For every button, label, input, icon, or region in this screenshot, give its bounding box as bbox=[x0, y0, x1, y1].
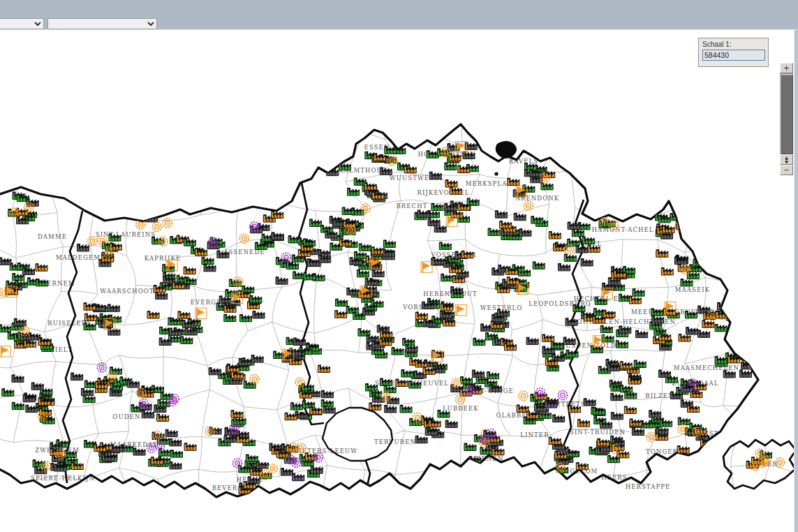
factory-icon-green[interactable] bbox=[678, 418, 690, 424]
factory-icon-gray[interactable] bbox=[281, 468, 293, 475]
factory-icon-green[interactable] bbox=[12, 403, 24, 410]
factory-icon-green[interactable] bbox=[401, 370, 413, 377]
factory-icon-orange[interactable] bbox=[380, 330, 392, 337]
ring-marker-orange[interactable] bbox=[749, 360, 758, 369]
factory-icon-green[interactable] bbox=[715, 325, 727, 332]
factory-icon-gray[interactable] bbox=[385, 406, 397, 413]
factory-icon-green[interactable] bbox=[287, 263, 299, 269]
factory-icon-green[interactable] bbox=[224, 315, 236, 322]
factory-icon-gray[interactable] bbox=[372, 270, 384, 277]
ring-marker-orange[interactable] bbox=[361, 204, 370, 213]
factory-icon-orange[interactable] bbox=[677, 446, 689, 453]
factory-icon-gray[interactable] bbox=[612, 204, 623, 211]
factory-icon-green[interactable] bbox=[487, 372, 499, 379]
factory-icon-orange[interactable] bbox=[451, 211, 463, 218]
factory-icon-gray[interactable] bbox=[686, 327, 698, 334]
factory-icon-gray[interactable] bbox=[373, 395, 385, 402]
factory-icon-green[interactable] bbox=[303, 239, 315, 246]
factory-icon-green[interactable] bbox=[246, 455, 258, 462]
factory-icon-orange[interactable] bbox=[743, 356, 755, 363]
factory-icon-green[interactable] bbox=[250, 296, 262, 303]
factory-icon-green[interactable] bbox=[83, 396, 95, 403]
factory-icon-gray[interactable] bbox=[619, 326, 631, 333]
factory-icon-gray[interactable] bbox=[321, 391, 333, 398]
factory-icon-orange[interactable] bbox=[599, 207, 611, 214]
factory-icon-gray[interactable] bbox=[495, 211, 507, 218]
factory-icon-gray[interactable] bbox=[209, 368, 221, 375]
factory-icon-orange[interactable] bbox=[445, 180, 457, 187]
factory-icon-green[interactable] bbox=[84, 323, 96, 330]
factory-icon-green[interactable] bbox=[473, 339, 485, 346]
factory-icon-orange[interactable] bbox=[147, 311, 159, 318]
factory-icon-green[interactable] bbox=[84, 380, 96, 387]
factory-icon-orange[interactable] bbox=[663, 226, 674, 233]
ring-marker-orange[interactable] bbox=[152, 222, 161, 231]
factory-icon-green[interactable] bbox=[531, 216, 543, 223]
factory-icon-gray[interactable] bbox=[170, 439, 182, 446]
factory-icon-orange[interactable] bbox=[688, 406, 700, 413]
factory-icon-green[interactable] bbox=[533, 262, 545, 269]
ring-marker-orange[interactable] bbox=[250, 375, 259, 384]
factory-icon-gray[interactable] bbox=[133, 448, 145, 455]
factory-icon-green[interactable] bbox=[158, 400, 170, 407]
factory-icon-green[interactable] bbox=[658, 216, 670, 223]
flag-marker-orange[interactable] bbox=[195, 308, 207, 319]
factory-icon-gray[interactable] bbox=[325, 231, 337, 238]
factory-icon-green[interactable] bbox=[602, 335, 614, 342]
factory-icon-green[interactable] bbox=[168, 318, 180, 325]
ring-marker-orange[interactable] bbox=[0, 289, 5, 298]
factory-icon-orange[interactable] bbox=[404, 166, 416, 173]
factory-icon-gray[interactable] bbox=[380, 168, 392, 175]
factory-icon-green[interactable] bbox=[309, 219, 321, 226]
factory-icon-orange[interactable] bbox=[310, 407, 322, 414]
factory-icon-gray[interactable] bbox=[77, 244, 89, 251]
factory-icon-gray[interactable] bbox=[611, 394, 623, 401]
factory-icon-green[interactable] bbox=[293, 272, 305, 279]
factory-icon-orange[interactable] bbox=[549, 438, 561, 445]
factory-icon-green[interactable] bbox=[634, 361, 646, 368]
factory-icon-gray[interactable] bbox=[636, 331, 648, 338]
factory-icon-green[interactable] bbox=[400, 406, 412, 413]
factory-icon-gray[interactable] bbox=[723, 371, 735, 378]
factory-icon-gray[interactable] bbox=[681, 400, 693, 407]
factory-icon-orange[interactable] bbox=[184, 267, 195, 274]
factory-icon-orange[interactable] bbox=[231, 411, 243, 418]
factory-icon-orange[interactable] bbox=[364, 183, 376, 190]
zoom-in-button[interactable]: + bbox=[780, 63, 793, 73]
zoom-track[interactable] bbox=[780, 73, 793, 154]
ring-marker-purple[interactable] bbox=[232, 459, 242, 468]
factory-icon-green[interactable] bbox=[291, 403, 303, 410]
factory-icon-green[interactable] bbox=[582, 237, 594, 244]
factory-icon-gray[interactable] bbox=[526, 338, 538, 345]
factory-icon-gray[interactable] bbox=[434, 226, 446, 232]
factory-icon-gray[interactable] bbox=[611, 413, 623, 420]
ring-marker-orange[interactable] bbox=[268, 464, 277, 473]
factory-icon-orange[interactable] bbox=[195, 249, 207, 256]
factory-icon-gray[interactable] bbox=[165, 430, 177, 437]
factory-icon-orange[interactable] bbox=[415, 312, 427, 319]
factory-icon-gray[interactable] bbox=[658, 370, 670, 377]
factory-icon-green[interactable] bbox=[383, 240, 395, 247]
factory-icon-gray[interactable] bbox=[611, 196, 623, 203]
factory-icon-gray[interactable] bbox=[698, 330, 710, 337]
factory-icon-gray[interactable] bbox=[559, 264, 570, 271]
factory-icon-gray[interactable] bbox=[127, 380, 139, 387]
ring-marker-orange[interactable] bbox=[519, 391, 528, 400]
factory-icon-orange[interactable] bbox=[369, 403, 381, 410]
factory-icon-green[interactable] bbox=[346, 306, 358, 313]
factory-icon-green[interactable] bbox=[2, 389, 14, 396]
factory-icon-green[interactable] bbox=[541, 183, 553, 190]
layer-select-1[interactable] bbox=[0, 18, 44, 29]
zoom-out-button[interactable]: − bbox=[780, 165, 793, 175]
factory-icon-gray[interactable] bbox=[170, 462, 182, 469]
factory-icon-gray[interactable] bbox=[600, 421, 612, 428]
factory-icon-orange[interactable] bbox=[36, 264, 47, 271]
factory-icon-gray[interactable] bbox=[428, 219, 440, 226]
factory-icon-gray[interactable] bbox=[365, 279, 377, 286]
factory-icon-gray[interactable] bbox=[519, 229, 531, 236]
pan-updown-button[interactable]: ▲▼ bbox=[780, 154, 793, 165]
factory-icon-orange[interactable] bbox=[335, 311, 347, 318]
factory-icon-green[interactable] bbox=[33, 460, 45, 467]
factory-icon-gray[interactable] bbox=[406, 345, 418, 352]
zoom-thumb[interactable] bbox=[781, 75, 793, 154]
